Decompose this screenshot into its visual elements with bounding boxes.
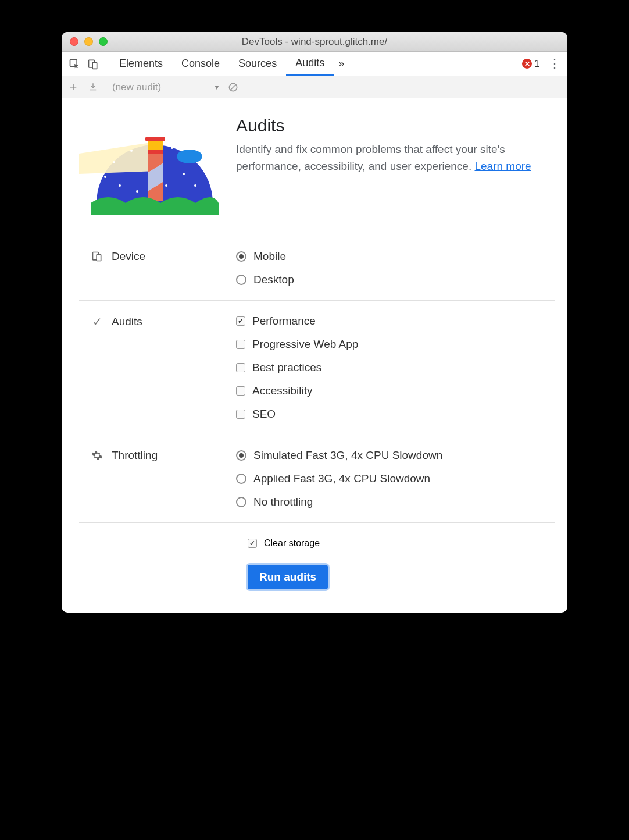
checkbox-accessibility[interactable]: Accessibility bbox=[236, 385, 555, 397]
checkbox-best-practices[interactable]: Best practices bbox=[236, 361, 555, 374]
hero-title: Audits bbox=[236, 116, 555, 136]
option-label: Mobile bbox=[253, 250, 286, 263]
tab-elements[interactable]: Elements bbox=[110, 52, 172, 76]
svg-marker-6 bbox=[79, 142, 155, 174]
section-device: Device Mobile Desktop bbox=[79, 236, 555, 300]
option-label: Clear storage bbox=[264, 538, 320, 549]
actions: Clear storage Run audits bbox=[79, 522, 555, 589]
window-controls bbox=[62, 37, 108, 46]
audit-select[interactable]: (new audit) ▼ bbox=[112, 81, 220, 93]
section-throttling: Throttling Simulated Fast 3G, 4x CPU Slo… bbox=[79, 435, 555, 522]
section-label: Device bbox=[112, 250, 145, 263]
panel-tabs: Elements Console Sources Audits » ✕ 1 ⋮ bbox=[62, 52, 567, 76]
checkbox-icon bbox=[236, 386, 245, 396]
tabs-overflow[interactable]: » bbox=[334, 52, 349, 76]
option-label: SEO bbox=[252, 408, 276, 421]
learn-more-link[interactable]: Learn more bbox=[474, 160, 531, 172]
checkbox-pwa[interactable]: Progressive Web App bbox=[236, 338, 555, 351]
radio-no-throttling[interactable]: No throttling bbox=[236, 496, 555, 508]
check-icon: ✓ bbox=[91, 315, 103, 329]
checkbox-icon bbox=[236, 340, 245, 349]
option-label: Simulated Fast 3G, 4x CPU Slowdown bbox=[253, 449, 442, 462]
tab-label: Audits bbox=[295, 57, 324, 69]
option-label: Progressive Web App bbox=[252, 338, 358, 351]
svg-point-20 bbox=[104, 176, 106, 178]
section-label: Throttling bbox=[112, 449, 158, 462]
audits-toolbar: + (new audit) ▼ bbox=[62, 76, 567, 98]
section-label: Audits bbox=[112, 315, 142, 328]
separator bbox=[106, 81, 106, 94]
tab-label: Elements bbox=[119, 58, 163, 70]
download-icon[interactable] bbox=[86, 82, 100, 92]
separator bbox=[106, 56, 106, 72]
tab-console[interactable]: Console bbox=[172, 52, 229, 76]
option-label: Best practices bbox=[252, 361, 321, 374]
tab-label: Sources bbox=[238, 58, 277, 70]
device-icon bbox=[91, 251, 103, 262]
devtools-window: DevTools - wind-sprout.glitch.me/ Elemen… bbox=[62, 32, 567, 613]
error-count-value: 1 bbox=[534, 59, 539, 69]
checkbox-seo[interactable]: SEO bbox=[236, 408, 555, 421]
checkbox-icon bbox=[248, 539, 257, 548]
radio-mobile[interactable]: Mobile bbox=[236, 250, 555, 263]
option-label: Performance bbox=[252, 315, 316, 328]
svg-point-23 bbox=[136, 190, 138, 193]
checkbox-icon bbox=[236, 363, 245, 372]
audit-select-value: (new audit) bbox=[112, 81, 161, 93]
add-icon[interactable]: + bbox=[66, 80, 80, 95]
tab-label: Console bbox=[181, 58, 220, 70]
svg-rect-9 bbox=[148, 150, 163, 154]
svg-line-5 bbox=[230, 84, 236, 90]
hero-text: Audits Identify and fix common problems … bbox=[236, 116, 555, 220]
svg-point-19 bbox=[119, 184, 121, 187]
close-icon[interactable] bbox=[70, 37, 78, 46]
hero-desc: Identify and fix common problems that af… bbox=[236, 141, 555, 175]
device-toggle-icon[interactable] bbox=[84, 55, 102, 73]
option-label: Applied Fast 3G, 4x CPU Slowdown bbox=[253, 472, 430, 485]
svg-point-22 bbox=[165, 184, 167, 187]
radio-icon bbox=[236, 450, 246, 461]
svg-rect-2 bbox=[92, 62, 97, 69]
checkbox-clear-storage[interactable]: Clear storage bbox=[248, 538, 320, 549]
tab-audits[interactable]: Audits bbox=[286, 52, 334, 76]
hero: Audits Identify and fix common problems … bbox=[79, 116, 555, 236]
checkbox-performance[interactable]: Performance bbox=[236, 315, 555, 328]
radio-icon bbox=[236, 474, 246, 484]
radio-simulated-3g[interactable]: Simulated Fast 3G, 4x CPU Slowdown bbox=[236, 449, 555, 462]
tab-sources[interactable]: Sources bbox=[229, 52, 286, 76]
chevron-down-icon: ▼ bbox=[213, 83, 220, 91]
checkbox-icon bbox=[236, 410, 245, 419]
block-icon[interactable] bbox=[226, 81, 240, 93]
window-title: DevTools - wind-sprout.glitch.me/ bbox=[62, 36, 567, 48]
audits-panel: Audits Identify and fix common problems … bbox=[62, 98, 567, 613]
svg-point-15 bbox=[113, 161, 115, 163]
radio-icon bbox=[236, 275, 246, 285]
gear-icon bbox=[91, 450, 103, 461]
checkbox-icon bbox=[236, 316, 245, 326]
kebab-menu-icon[interactable]: ⋮ bbox=[545, 55, 564, 73]
svg-point-16 bbox=[130, 150, 133, 152]
option-label: Accessibility bbox=[252, 385, 312, 397]
section-audits: ✓ Audits Performance Progressive Web App… bbox=[79, 300, 555, 435]
svg-rect-3 bbox=[90, 89, 97, 90]
svg-point-21 bbox=[194, 184, 196, 187]
svg-point-18 bbox=[183, 173, 185, 175]
radio-desktop[interactable]: Desktop bbox=[236, 273, 555, 286]
error-count[interactable]: ✕ 1 bbox=[522, 59, 539, 69]
radio-icon bbox=[236, 251, 246, 262]
overflow-icon: » bbox=[338, 58, 344, 70]
hero-desc-text: Identify and fix common problems that af… bbox=[236, 143, 505, 172]
run-audits-button[interactable]: Run audits bbox=[248, 565, 328, 589]
radio-icon bbox=[236, 497, 246, 507]
titlebar: DevTools - wind-sprout.glitch.me/ bbox=[62, 32, 567, 52]
inspect-icon[interactable] bbox=[65, 55, 84, 73]
minimize-icon[interactable] bbox=[84, 37, 93, 46]
option-label: No throttling bbox=[253, 496, 313, 508]
lighthouse-illustration bbox=[79, 116, 219, 220]
option-label: Desktop bbox=[253, 273, 294, 286]
error-icon: ✕ bbox=[522, 59, 532, 69]
svg-point-17 bbox=[171, 147, 173, 149]
zoom-icon[interactable] bbox=[99, 37, 108, 46]
svg-rect-25 bbox=[97, 255, 101, 261]
radio-applied-3g[interactable]: Applied Fast 3G, 4x CPU Slowdown bbox=[236, 472, 555, 485]
